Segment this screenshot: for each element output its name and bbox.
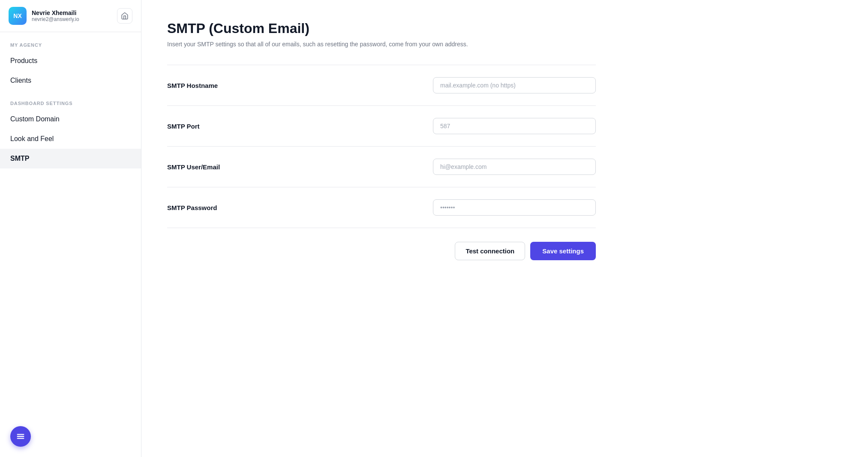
avatar: NX: [9, 7, 27, 25]
page-description: Insert your SMTP settings so that all of…: [167, 41, 553, 48]
form-row-hostname: SMTP Hostname: [167, 65, 596, 106]
user-details: Nevrie Xhemaili nevrie2@answerly.io: [32, 9, 79, 22]
password-input[interactable]: [433, 199, 596, 216]
sidebar-header: NX Nevrie Xhemaili nevrie2@answerly.io: [0, 0, 141, 32]
user-name: Nevrie Xhemaili: [32, 9, 79, 16]
agency-section-label: MY AGENCY: [0, 32, 141, 51]
user-email-input[interactable]: [433, 159, 596, 175]
sidebar-item-clients[interactable]: Clients: [0, 71, 141, 90]
dashboard-section-label: DASHBOARD SETTINGS: [0, 90, 141, 109]
form-actions: Test connection Save settings: [167, 228, 596, 260]
sidebar-bottom: [10, 426, 31, 447]
user-info: NX Nevrie Xhemaili nevrie2@answerly.io: [9, 7, 79, 25]
main-content: SMTP (Custom Email) Insert your SMTP set…: [141, 0, 868, 457]
hostname-input[interactable]: [433, 77, 596, 93]
password-label: SMTP Password: [167, 204, 253, 211]
hostname-label: SMTP Hostname: [167, 82, 253, 89]
home-button[interactable]: [117, 8, 132, 24]
sidebar-item-products[interactable]: Products: [0, 51, 141, 71]
form-row-user-email: SMTP User/Email: [167, 147, 596, 187]
form-row-port: SMTP Port: [167, 106, 596, 147]
save-settings-button[interactable]: Save settings: [530, 242, 596, 260]
test-connection-button[interactable]: Test connection: [455, 242, 525, 260]
user-email: nevrie2@answerly.io: [32, 16, 79, 22]
sidebar-item-smtp[interactable]: SMTP: [0, 149, 141, 168]
sidebar: NX Nevrie Xhemaili nevrie2@answerly.io M…: [0, 0, 141, 457]
user-email-label: SMTP User/Email: [167, 163, 253, 171]
port-input[interactable]: [433, 118, 596, 134]
form-row-password: SMTP Password: [167, 187, 596, 228]
menu-fab-button[interactable]: [10, 426, 31, 447]
page-title: SMTP (Custom Email): [167, 21, 842, 36]
sidebar-item-look-and-feel[interactable]: Look and Feel: [0, 129, 141, 149]
port-label: SMTP Port: [167, 123, 253, 130]
sidebar-item-custom-domain[interactable]: Custom Domain: [0, 109, 141, 129]
smtp-form: SMTP Hostname SMTP Port SMTP User/Email …: [167, 65, 596, 228]
